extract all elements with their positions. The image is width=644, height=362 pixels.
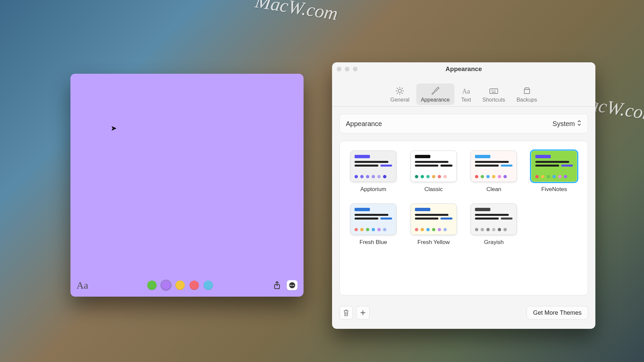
tab-label: Text xyxy=(461,97,471,103)
tab-label: Backups xyxy=(517,97,537,103)
theme-label: Fresh Blue xyxy=(360,239,387,246)
theme-classic[interactable]: Classic xyxy=(410,150,458,193)
appearance-mode-value: System xyxy=(552,120,575,128)
theme-label: Classic xyxy=(424,186,443,193)
note-toolbar: Aa ••• xyxy=(70,277,304,297)
keyboard-icon xyxy=(489,86,498,96)
theme-label: Fresh Yellow xyxy=(417,239,449,246)
get-more-themes-button[interactable]: Get More Themes xyxy=(527,306,588,319)
theme-grayish[interactable]: Grayish xyxy=(470,203,518,246)
share-button[interactable] xyxy=(272,280,282,290)
theme-fresh-blue[interactable]: Fresh Blue xyxy=(349,203,397,246)
svg-text:Aa: Aa xyxy=(462,87,470,95)
chevron-up-down-icon xyxy=(577,120,582,128)
tab-label: Appearance xyxy=(421,97,450,103)
add-theme-button[interactable] xyxy=(356,306,370,319)
theme-fivenotes[interactable]: FiveNotes xyxy=(530,150,578,193)
background-watermark: MacW.com xyxy=(254,0,339,24)
tab-general[interactable]: General xyxy=(386,83,414,105)
tab-label: Shortcuts xyxy=(482,97,505,103)
appearance-label: Appearance xyxy=(346,120,382,128)
appearance-mode-row: Appearance System xyxy=(339,114,588,133)
gear-icon xyxy=(395,86,405,96)
preferences-header: Appearance GeneralAppearanceAaTextShortc… xyxy=(332,62,595,107)
more-options-button[interactable]: ••• xyxy=(287,280,298,290)
plus-icon xyxy=(360,310,366,316)
ellipsis-icon: ••• xyxy=(289,282,295,288)
text-style-button[interactable]: Aa xyxy=(76,280,88,291)
color-green[interactable] xyxy=(147,281,157,290)
theme-label: Clean xyxy=(486,186,501,193)
paintbrush-icon xyxy=(431,86,440,96)
color-yellow[interactable] xyxy=(175,281,185,290)
tab-appearance[interactable]: Appearance xyxy=(416,83,454,105)
mouse-cursor: ➤ xyxy=(111,124,117,133)
color-coral[interactable] xyxy=(190,281,199,290)
appearance-mode-select[interactable]: System xyxy=(552,120,582,128)
color-blue[interactable] xyxy=(204,281,213,290)
note-text-area[interactable]: ➤ xyxy=(70,74,304,277)
tab-label: General xyxy=(390,97,410,103)
trash-icon xyxy=(343,309,350,316)
delete-theme-button[interactable] xyxy=(339,306,353,319)
theme-label: Apptorium xyxy=(360,186,386,193)
svg-rect-3 xyxy=(490,89,498,94)
text-icon: Aa xyxy=(462,86,471,96)
theme-label: FiveNotes xyxy=(541,186,567,193)
preferences-footer: Get More Themes xyxy=(339,303,588,323)
color-purple[interactable] xyxy=(161,281,171,290)
themes-panel: ApptoriumClassicCleanFiveNotesFresh Blue… xyxy=(339,141,588,295)
svg-point-1 xyxy=(398,89,401,93)
theme-label: Grayish xyxy=(484,239,504,246)
tab-shortcuts[interactable]: Shortcuts xyxy=(478,83,510,105)
tab-backups[interactable]: Backups xyxy=(512,83,542,105)
theme-fresh-yellow[interactable]: Fresh Yellow xyxy=(410,203,458,246)
share-icon xyxy=(273,281,281,290)
window-title: Appearance xyxy=(332,65,595,73)
theme-apptorium[interactable]: Apptorium xyxy=(349,150,397,193)
theme-clean[interactable]: Clean xyxy=(470,150,518,193)
preferences-window: Appearance GeneralAppearanceAaTextShortc… xyxy=(332,62,595,329)
note-window: ➤ Aa ••• xyxy=(70,74,304,297)
tab-text[interactable]: AaText xyxy=(457,83,476,105)
backup-icon xyxy=(522,86,532,96)
